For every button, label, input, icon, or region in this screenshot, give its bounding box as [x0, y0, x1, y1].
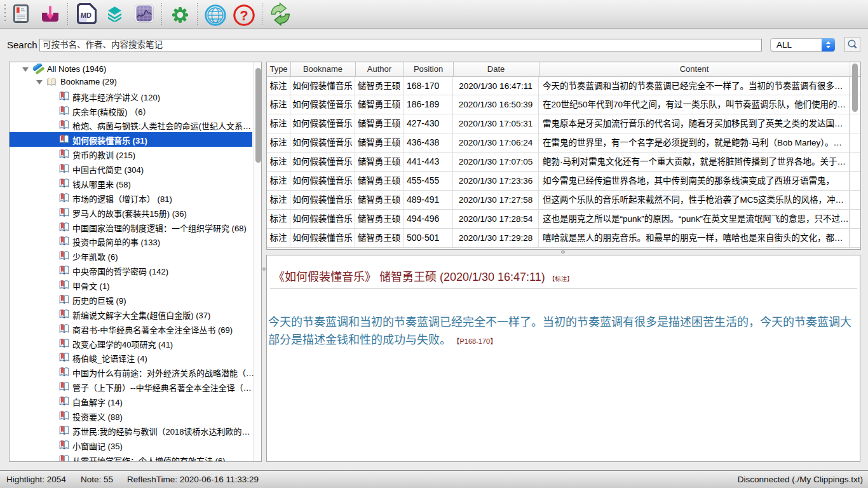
svg-text:?: ?: [240, 8, 248, 24]
svg-text:MD: MD: [81, 11, 92, 19]
